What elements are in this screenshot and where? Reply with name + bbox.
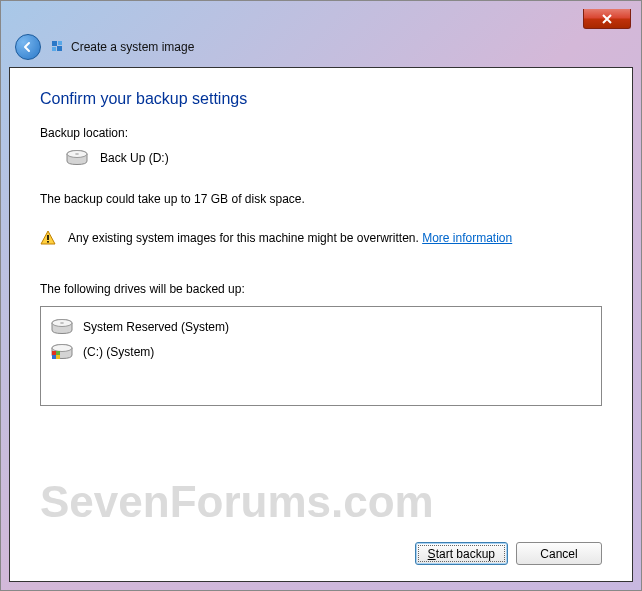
svg-rect-15 [56, 351, 60, 355]
more-information-link[interactable]: More information [422, 231, 512, 245]
start-backup-button[interactable]: Start backup [415, 542, 508, 565]
content-area: Confirm your backup settings Backup loca… [9, 67, 633, 582]
svg-rect-3 [57, 46, 62, 51]
svg-rect-16 [52, 355, 56, 359]
footer: Start backup Cancel [40, 542, 602, 565]
svg-rect-2 [52, 47, 56, 51]
cancel-button[interactable]: Cancel [516, 542, 602, 565]
system-drive-icon [51, 343, 73, 361]
svg-point-6 [75, 153, 79, 155]
drive-icon [51, 319, 73, 335]
close-button[interactable] [583, 9, 631, 29]
svg-point-11 [60, 322, 64, 324]
drive-icon [66, 150, 88, 166]
backup-location-label: Backup location: [40, 126, 602, 140]
drives-label: The following drives will be backed up: [40, 282, 602, 296]
titlebar [9, 9, 633, 31]
warning-icon [40, 230, 56, 246]
drive-row: System Reserved (System) [51, 315, 591, 339]
drives-listbox: System Reserved (System) (C:) (System) [40, 306, 602, 406]
window-title: Create a system image [71, 40, 194, 54]
drive-label: System Reserved (System) [83, 320, 229, 334]
backup-location-row: Back Up (D:) [40, 150, 602, 166]
warning-text: Any existing system images for this mach… [68, 231, 512, 245]
drive-row: (C:) (System) [51, 339, 591, 365]
page-heading: Confirm your backup settings [40, 90, 602, 108]
back-arrow-icon [21, 40, 35, 54]
estimate-text: The backup could take up to 17 GB of dis… [40, 192, 602, 206]
warning-row: Any existing system images for this mach… [40, 230, 602, 246]
wizard-icon [49, 38, 65, 57]
drive-label: (C:) (System) [83, 345, 154, 359]
svg-rect-8 [47, 241, 49, 243]
svg-rect-0 [52, 41, 57, 46]
backup-location-value: Back Up (D:) [100, 151, 169, 165]
svg-point-13 [52, 345, 72, 352]
svg-rect-1 [58, 41, 62, 45]
navbar: Create a system image [9, 31, 633, 63]
back-button[interactable] [15, 34, 41, 60]
svg-rect-14 [52, 351, 56, 355]
close-icon [602, 14, 612, 24]
svg-rect-17 [56, 355, 60, 359]
watermark: SevenForums.com [40, 477, 602, 527]
svg-rect-7 [47, 235, 49, 240]
